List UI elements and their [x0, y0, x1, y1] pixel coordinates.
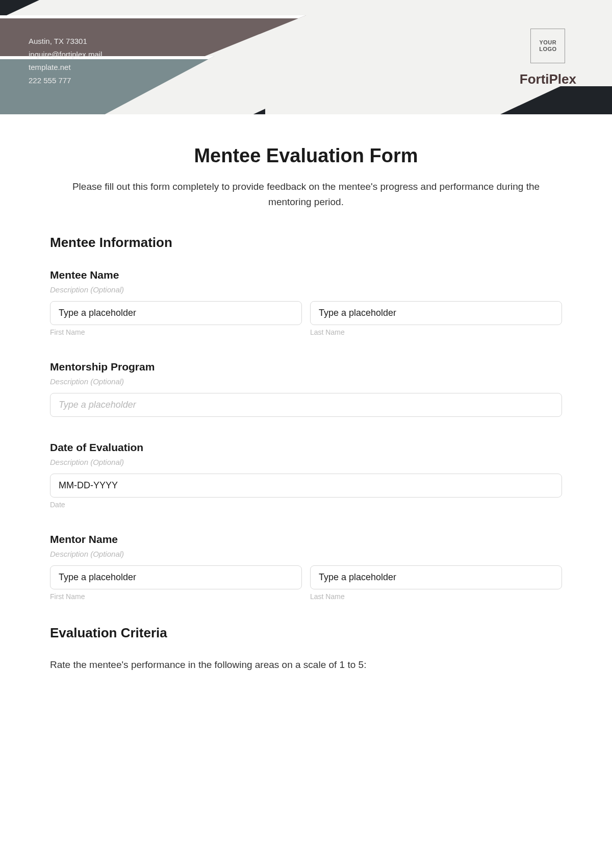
field-mentor-name: Mentor Name Description (Optional) Type …: [50, 533, 562, 601]
contact-phone: 222 555 777: [29, 74, 102, 87]
field-mentorship-program: Mentorship Program Description (Optional…: [50, 361, 562, 417]
mentor-name-label: Mentor Name: [50, 533, 562, 545]
contact-email: inquire@fortiplex.mail: [29, 48, 102, 61]
mentee-last-name-sublabel: Last Name: [310, 328, 562, 336]
program-input[interactable]: Type a placeholder: [50, 393, 562, 417]
mentee-first-name-input[interactable]: Type a placeholder: [50, 301, 302, 325]
mentor-last-name-sublabel: Last Name: [310, 592, 562, 601]
date-input[interactable]: MM-DD-YYYY: [50, 474, 562, 498]
field-date-evaluation: Date of Evaluation Description (Optional…: [50, 441, 562, 509]
logo-placeholder: YOURLOGO: [530, 29, 565, 63]
mentee-name-desc: Description (Optional): [50, 285, 562, 294]
date-label: Date of Evaluation: [50, 441, 562, 454]
date-sublabel: Date: [50, 501, 562, 509]
form-content: Mentee Evaluation Form Please fill out t…: [0, 114, 612, 691]
criteria-text: Rate the mentee's performance in the fol…: [50, 659, 562, 671]
section-mentee-info: Mentee Information: [50, 235, 562, 251]
mentor-last-name-input[interactable]: Type a placeholder: [310, 565, 562, 589]
program-desc: Description (Optional): [50, 377, 562, 386]
form-intro: Please fill out this form completely to …: [50, 179, 562, 210]
mentor-name-desc: Description (Optional): [50, 550, 562, 558]
mentor-first-name-sublabel: First Name: [50, 592, 302, 601]
program-label: Mentorship Program: [50, 361, 562, 373]
logo-area: YOURLOGO FortiPlex: [520, 29, 576, 87]
contact-block: Austin, TX 73301 inquire@fortiplex.mail …: [29, 35, 102, 87]
mentee-first-name-sublabel: First Name: [50, 328, 302, 336]
contact-website: template.net: [29, 61, 102, 74]
section-evaluation-criteria: Evaluation Criteria: [50, 625, 562, 641]
date-desc: Description (Optional): [50, 458, 562, 466]
company-name: FortiPlex: [520, 71, 576, 87]
mentee-last-name-input[interactable]: Type a placeholder: [310, 301, 562, 325]
mentee-name-label: Mentee Name: [50, 269, 562, 281]
mentor-first-name-input[interactable]: Type a placeholder: [50, 565, 302, 589]
header-shape: [500, 86, 612, 114]
page-header: Austin, TX 73301 inquire@fortiplex.mail …: [0, 0, 612, 114]
form-title: Mentee Evaluation Form: [50, 145, 562, 167]
field-mentee-name: Mentee Name Description (Optional) Type …: [50, 269, 562, 336]
contact-address: Austin, TX 73301: [29, 35, 102, 48]
